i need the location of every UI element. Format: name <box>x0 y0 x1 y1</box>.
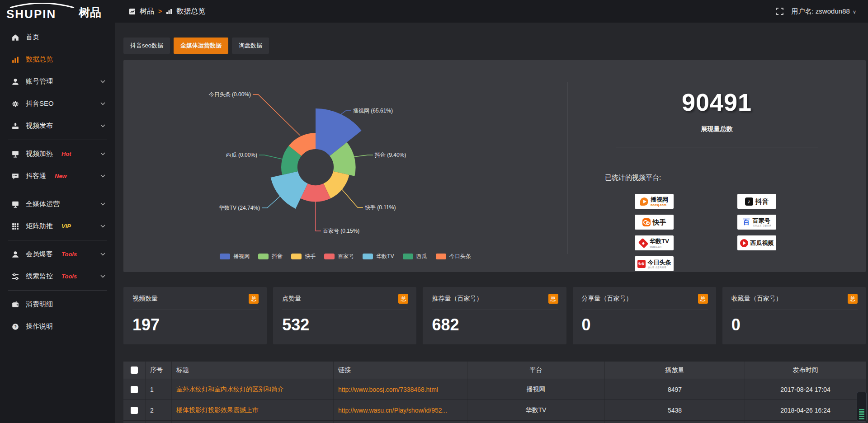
chat-icon <box>12 173 19 180</box>
stat-card-title: 视频数量 <box>132 295 158 303</box>
legend-item[interactable]: 华数TV <box>363 253 394 260</box>
rose-pie-chart: 播视网 (65.61%) 抖音 (9.40%) 快手 (0.11%) 百家号 (… <box>123 60 567 272</box>
breadcrumb-root[interactable]: 树品 <box>140 7 154 16</box>
pie-label: 华数TV (24.74%) <box>219 205 260 211</box>
legend-label: 播视网 <box>233 253 250 260</box>
logo-text-cn: 树品 <box>79 5 101 20</box>
breadcrumb: 树品 > 数据总览 <box>129 7 205 16</box>
cell-time: 2018-04-26 16:24 <box>745 400 866 420</box>
cell-link <box>333 421 467 423</box>
sidebar-item-member-traffic[interactable]: 会员爆客 Tools <box>0 243 115 265</box>
sidebar-divider <box>8 240 107 240</box>
select-all-checkbox[interactable] <box>131 367 138 374</box>
cell-time: 2017-08-24 17:04 <box>745 379 866 400</box>
sidebar-item-home[interactable]: 首页 <box>0 26 115 48</box>
legend-item[interactable]: 播视网 <box>220 253 250 260</box>
tab-omnimedia-data[interactable]: 全媒体运营数据 <box>174 38 228 54</box>
sidebar-item-omnimedia[interactable]: 全媒体运营 <box>0 193 115 215</box>
platform-badge-xigua: 西瓜视频 <box>737 235 776 250</box>
toutiao-logo-icon: 头条 <box>637 260 646 268</box>
user-menu[interactable]: 用户名: zswodun88 ∨ <box>792 7 856 16</box>
sidebar-item-video-publish[interactable]: 视频发布 <box>0 115 115 137</box>
pie-label: 播视网 (65.61%) <box>353 108 393 114</box>
sidebar-item-label: 会员爆客 <box>26 250 53 258</box>
chevron-down-icon <box>100 275 105 278</box>
legend-item[interactable]: 百家号 <box>324 253 354 260</box>
row-checkbox[interactable] <box>131 407 138 414</box>
chevron-down-icon <box>100 202 105 206</box>
stat-card-value: 682 <box>432 315 558 334</box>
cell-num: 2 <box>145 400 171 420</box>
col-header-title: 标题 <box>171 362 333 379</box>
table-row: 1 室外水纹灯和室内水纹灯的区别和简介 http://www.boosj.com… <box>123 379 866 400</box>
impressions-total-label: 展现量总数 <box>568 125 866 133</box>
sidebar-item-douketong[interactable]: 抖客通 New <box>0 165 115 187</box>
video-url-link[interactable]: http://www.boosj.com/7338468.html <box>338 386 438 393</box>
sidebar-item-matrix-boost[interactable]: 矩阵助推 VIP <box>0 215 115 237</box>
stat-card-title: 分享量（百家号） <box>582 295 632 303</box>
monitor-icon <box>12 201 19 208</box>
xigua-logo-icon <box>740 239 748 247</box>
total-badge: 总 <box>698 294 708 304</box>
legend-label: 快手 <box>305 253 316 260</box>
sidebar-item-account[interactable]: 账号管理 <box>0 70 115 93</box>
stat-card-value: 532 <box>282 315 408 334</box>
pie-slice-4[interactable] <box>271 171 308 209</box>
platform-badge-kuaishou: 快手 <box>635 215 674 230</box>
total-badge: 总 <box>398 294 408 304</box>
leader-line-kuaishou <box>340 187 363 207</box>
impressions-total-value: 90491 <box>568 88 866 116</box>
pie-labels-group: 播视网 (65.61%) 抖音 (9.40%) 快手 (0.11%) 百家号 (… <box>209 91 406 234</box>
fullscreen-icon[interactable] <box>776 8 783 15</box>
topbar: SHUPIN 树品 树品 > 数据总览 用户名: zswodun88 ∨ <box>0 0 868 23</box>
pie-label: 西瓜 (0.00%) <box>226 152 257 158</box>
impressions-summary: 90491 展现量总数 已统计的视频平台: 播视网boosj.com 快手 <box>568 60 866 272</box>
summary-rule <box>616 147 818 147</box>
sidebar-item-data-overview[interactable]: 数据总览 <box>0 48 115 70</box>
legend-label: 百家号 <box>338 253 354 260</box>
stat-card-title: 收藏量（百家号） <box>731 295 782 303</box>
chevron-down-icon: ∨ <box>853 9 856 14</box>
legend-swatch <box>220 254 230 259</box>
table-row: 2 楼体投影灯投影效果震撼上市 http://www.wasu.cn/Play/… <box>123 400 866 420</box>
cell-platform <box>467 421 604 423</box>
sidebar-item-douyin-seo[interactable]: 抖音SEO <box>0 93 115 115</box>
video-title-link[interactable]: 楼体投影灯投影效果震撼上市 <box>176 406 259 414</box>
sidebar-item-label: 数据总览 <box>26 55 53 64</box>
stat-card-video-count: 视频数量总 197 <box>123 287 267 344</box>
data-tabs: 抖音seo数据 全媒体运营数据 询盘数据 <box>123 38 861 54</box>
vip-badge: VIP <box>61 223 71 230</box>
leader-line-douyin <box>354 155 373 157</box>
sidebar-item-help[interactable]: ? 操作说明 <box>0 315 115 338</box>
stat-card-likes: 点赞量总 532 <box>273 287 416 344</box>
video-title-link[interactable]: 室外水纹灯和室内水纹灯的区别和简介 <box>176 385 284 394</box>
legend-swatch <box>258 254 269 259</box>
leader-line-baijiahao <box>316 202 321 231</box>
legend-item[interactable]: 抖音 <box>258 253 283 260</box>
stat-card-title: 推荐量（百家号） <box>432 295 482 303</box>
stat-card-title: 点赞量 <box>282 295 301 303</box>
legend-item[interactable]: 西瓜 <box>403 253 427 260</box>
cell-plays: 8497 <box>604 379 745 400</box>
kuaishou-logo-icon <box>642 218 651 226</box>
sidebar-item-lead-monitor[interactable]: 线索监控 Tools <box>0 265 115 287</box>
sidebar-item-video-heat[interactable]: 视频加热 Hot <box>0 143 115 165</box>
tools-badge: Tools <box>61 251 77 258</box>
legend-item[interactable]: 快手 <box>291 253 316 260</box>
sidebar-item-label: 消费明细 <box>26 300 53 309</box>
leader-line-xigua <box>259 155 282 159</box>
row-checkbox[interactable] <box>131 386 138 393</box>
monitor-icon <box>12 150 19 158</box>
floating-widget[interactable] <box>857 392 867 422</box>
cell-plays <box>604 421 745 423</box>
sidebar-item-label: 抖客通 <box>26 172 46 180</box>
legend-item[interactable]: 今日头条 <box>436 253 471 260</box>
tab-inquiry-data[interactable]: 询盘数据 <box>232 38 269 54</box>
hot-badge: Hot <box>61 150 71 157</box>
platform-badge-baijiahao: 百 百家号百家之言 了解世界 <box>737 215 776 230</box>
pie-slice-0[interactable] <box>316 108 362 156</box>
video-url-link[interactable]: http://www.wasu.cn/Play/show/id/952... <box>338 407 447 414</box>
tab-douyin-seo[interactable]: 抖音seo数据 <box>123 38 170 54</box>
sidebar-item-spend-details[interactable]: 消费明细 <box>0 293 115 315</box>
chevron-down-icon <box>100 253 105 256</box>
